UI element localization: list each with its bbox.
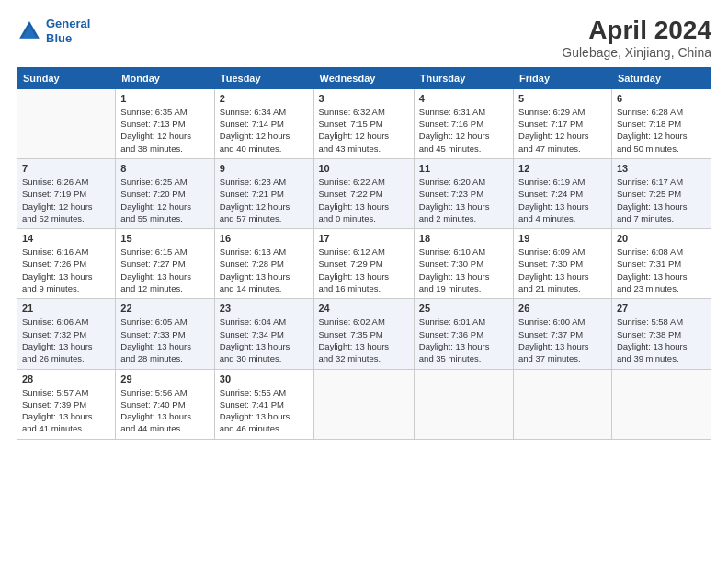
calendar-cell: 14Sunrise: 6:16 AMSunset: 7:26 PMDayligh… [17,229,116,299]
day-number: 6 [617,93,706,104]
day-info: Sunrise: 6:13 AMSunset: 7:28 PMDaylight:… [220,246,309,294]
calendar-cell: 17Sunrise: 6:12 AMSunset: 7:29 PMDayligh… [313,229,414,299]
calendar-table: SundayMondayTuesdayWednesdayThursdayFrid… [17,67,711,440]
day-info: Sunrise: 6:16 AMSunset: 7:26 PMDaylight:… [22,246,110,294]
day-info: Sunrise: 6:29 AMSunset: 7:17 PMDaylight:… [518,106,607,155]
day-number: 19 [518,233,607,244]
day-number: 29 [120,373,209,385]
header: General Blue April 2024 Gulebage, Xinjia… [17,17,711,60]
day-number: 26 [518,303,607,314]
day-number: 2 [220,93,309,104]
day-number: 16 [220,233,309,244]
day-info: Sunrise: 6:31 AMSunset: 7:16 PMDaylight:… [419,106,508,155]
day-number: 20 [617,233,706,244]
logo-text: General Blue [46,17,90,45]
calendar-cell [17,88,116,158]
calendar-cell: 20Sunrise: 6:08 AMSunset: 7:31 PMDayligh… [611,229,711,299]
day-number: 15 [120,233,209,244]
calendar-day-header: Tuesday [214,67,313,88]
day-info: Sunrise: 6:08 AMSunset: 7:31 PMDaylight:… [617,246,706,294]
calendar-cell: 13Sunrise: 6:17 AMSunset: 7:25 PMDayligh… [611,158,711,228]
day-info: Sunrise: 6:12 AMSunset: 7:29 PMDaylight:… [319,246,409,294]
day-number: 1 [120,93,209,104]
calendar-cell: 12Sunrise: 6:19 AMSunset: 7:24 PMDayligh… [514,158,612,228]
day-info: Sunrise: 5:58 AMSunset: 7:38 PMDaylight:… [617,316,706,364]
day-number: 4 [419,93,508,104]
day-info: Sunrise: 6:22 AMSunset: 7:22 PMDaylight:… [319,176,409,224]
day-number: 5 [518,93,607,104]
day-info: Sunrise: 5:55 AMSunset: 7:41 PMDaylight:… [220,386,309,435]
calendar-cell [514,369,612,439]
calendar-cell: 11Sunrise: 6:20 AMSunset: 7:23 PMDayligh… [414,158,513,228]
calendar-cell: 1Sunrise: 6:35 AMSunset: 7:13 PMDaylight… [116,88,214,158]
day-number: 27 [617,303,706,314]
calendar-week-row: 7Sunrise: 6:26 AMSunset: 7:19 PMDaylight… [17,158,711,228]
calendar-day-header: Saturday [611,67,711,88]
day-info: Sunrise: 6:17 AMSunset: 7:25 PMDaylight:… [617,176,706,224]
calendar-cell: 22Sunrise: 6:05 AMSunset: 7:33 PMDayligh… [116,299,214,369]
calendar-cell: 28Sunrise: 5:57 AMSunset: 7:39 PMDayligh… [17,369,116,439]
calendar-day-header: Wednesday [313,67,414,88]
calendar-cell: 19Sunrise: 6:09 AMSunset: 7:30 PMDayligh… [514,229,612,299]
day-info: Sunrise: 6:09 AMSunset: 7:30 PMDaylight:… [518,246,607,294]
day-info: Sunrise: 6:28 AMSunset: 7:18 PMDaylight:… [617,106,706,155]
calendar-cell [414,369,513,439]
logo-line2: Blue [46,31,72,45]
calendar-cell: 18Sunrise: 6:10 AMSunset: 7:30 PMDayligh… [414,229,513,299]
calendar-cell: 4Sunrise: 6:31 AMSunset: 7:16 PMDaylight… [414,88,513,158]
calendar-cell: 2Sunrise: 6:34 AMSunset: 7:14 PMDaylight… [214,88,313,158]
calendar-cell: 27Sunrise: 5:58 AMSunset: 7:38 PMDayligh… [611,299,711,369]
day-info: Sunrise: 6:32 AMSunset: 7:15 PMDaylight:… [319,106,409,155]
calendar-week-row: 28Sunrise: 5:57 AMSunset: 7:39 PMDayligh… [17,369,711,439]
calendar-cell: 7Sunrise: 6:26 AMSunset: 7:19 PMDaylight… [17,158,116,228]
logo-line1: General [46,17,90,30]
calendar-cell: 25Sunrise: 6:01 AMSunset: 7:36 PMDayligh… [414,299,513,369]
day-info: Sunrise: 6:35 AMSunset: 7:13 PMDaylight:… [120,106,209,155]
calendar-week-row: 14Sunrise: 6:16 AMSunset: 7:26 PMDayligh… [17,229,711,299]
logo: General Blue [17,17,90,45]
page: General Blue April 2024 Gulebage, Xinjia… [0,0,728,563]
day-number: 13 [617,163,706,174]
day-number: 8 [120,163,209,174]
day-info: Sunrise: 6:06 AMSunset: 7:32 PMDaylight:… [22,316,110,364]
calendar-week-row: 21Sunrise: 6:06 AMSunset: 7:32 PMDayligh… [17,299,711,369]
calendar-cell: 8Sunrise: 6:25 AMSunset: 7:20 PMDaylight… [116,158,214,228]
calendar-cell [611,369,711,439]
calendar-day-header: Thursday [414,67,513,88]
day-number: 12 [518,163,607,174]
calendar-week-row: 1Sunrise: 6:35 AMSunset: 7:13 PMDaylight… [17,88,711,158]
day-info: Sunrise: 6:04 AMSunset: 7:34 PMDaylight:… [220,316,309,364]
day-info: Sunrise: 6:10 AMSunset: 7:30 PMDaylight:… [419,246,508,294]
day-info: Sunrise: 6:19 AMSunset: 7:24 PMDaylight:… [518,176,607,224]
logo-icon [17,18,42,44]
day-info: Sunrise: 6:20 AMSunset: 7:23 PMDaylight:… [419,176,508,224]
day-number: 23 [220,303,309,314]
day-number: 9 [220,163,309,174]
calendar-cell [313,369,414,439]
calendar-cell: 5Sunrise: 6:29 AMSunset: 7:17 PMDaylight… [514,88,612,158]
day-info: Sunrise: 6:01 AMSunset: 7:36 PMDaylight:… [419,316,508,364]
day-number: 18 [419,233,508,244]
day-number: 7 [22,163,110,174]
calendar-cell: 6Sunrise: 6:28 AMSunset: 7:18 PMDaylight… [611,88,711,158]
calendar-cell: 3Sunrise: 6:32 AMSunset: 7:15 PMDaylight… [313,88,414,158]
day-number: 28 [22,373,110,385]
calendar-day-header: Friday [514,67,612,88]
calendar-cell: 29Sunrise: 5:56 AMSunset: 7:40 PMDayligh… [116,369,214,439]
day-info: Sunrise: 5:57 AMSunset: 7:39 PMDaylight:… [22,386,110,435]
calendar-day-header: Sunday [17,67,116,88]
day-info: Sunrise: 6:23 AMSunset: 7:21 PMDaylight:… [220,176,309,224]
day-number: 22 [120,303,209,314]
main-title: April 2024 [562,17,711,45]
calendar-cell: 26Sunrise: 6:00 AMSunset: 7:37 PMDayligh… [514,299,612,369]
calendar-cell: 30Sunrise: 5:55 AMSunset: 7:41 PMDayligh… [214,369,313,439]
subtitle: Gulebage, Xinjiang, China [562,45,711,60]
calendar-cell: 24Sunrise: 6:02 AMSunset: 7:35 PMDayligh… [313,299,414,369]
day-number: 30 [220,373,309,385]
calendar-header-row: SundayMondayTuesdayWednesdayThursdayFrid… [17,67,711,88]
day-info: Sunrise: 6:26 AMSunset: 7:19 PMDaylight:… [22,176,110,224]
day-number: 3 [319,93,409,104]
day-info: Sunrise: 6:02 AMSunset: 7:35 PMDaylight:… [319,316,409,364]
calendar-cell: 15Sunrise: 6:15 AMSunset: 7:27 PMDayligh… [116,229,214,299]
calendar-cell: 16Sunrise: 6:13 AMSunset: 7:28 PMDayligh… [214,229,313,299]
